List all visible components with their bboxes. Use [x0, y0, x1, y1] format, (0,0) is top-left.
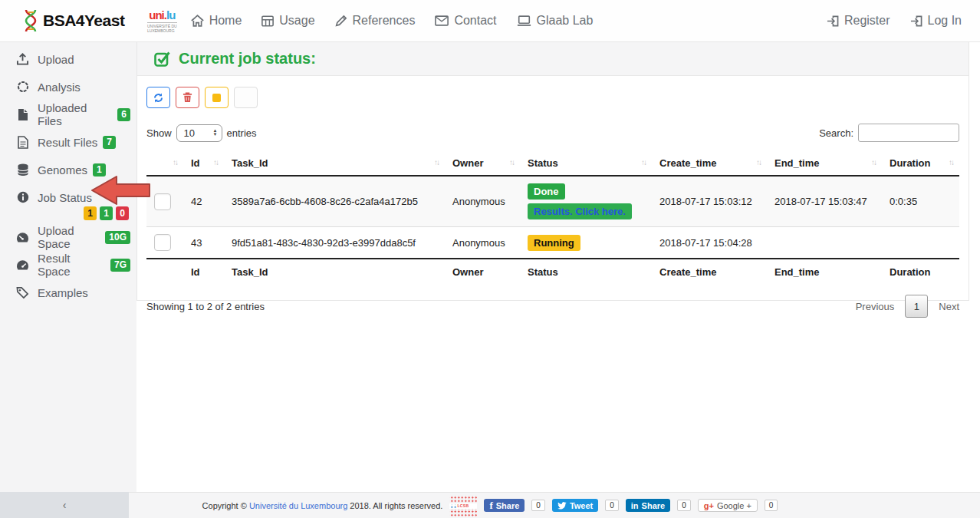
sidebar-label: Upload — [38, 53, 74, 66]
page-number-button[interactable]: 1 — [905, 295, 928, 318]
previous-page-button[interactable]: Previous — [856, 301, 895, 312]
dna-icon — [23, 9, 38, 32]
column-header-end-time[interactable]: End_time↑↓ — [767, 151, 882, 176]
table-controls: Show 10 ▲▼ entries Search: — [146, 124, 959, 142]
search-input[interactable] — [858, 124, 959, 142]
nav-item-home[interactable]: Home — [191, 14, 242, 28]
results-link[interactable]: Results. Click here. — [528, 203, 632, 219]
panel-header: Current job status: — [137, 42, 968, 76]
gauge-icon — [15, 259, 30, 271]
pencil-icon — [335, 15, 347, 27]
job-status-panel: Current job status: Show 10 — [136, 42, 969, 301]
sidebar-label: Result Files — [38, 136, 97, 149]
university-link[interactable]: Université du Luxembourg — [249, 501, 347, 510]
register-button[interactable]: Register — [827, 14, 890, 28]
sidebar-item-analysis[interactable]: Analysis — [0, 73, 136, 101]
select-arrows-icon: ▲▼ — [213, 129, 218, 137]
refresh-icon — [153, 92, 164, 104]
linkedin-share-count: 0 — [677, 500, 691, 511]
sidebar-item-genomes[interactable]: Genomes 1 — [0, 156, 136, 183]
column-header-select[interactable]: ↑↓ — [146, 151, 183, 176]
unilu-logo[interactable]: uni.lu UNIVERSITÉ DU LUXEMBOURG — [147, 8, 177, 33]
next-page-button[interactable]: Next — [939, 301, 959, 312]
sort-icon: ↑↓ — [434, 158, 439, 167]
footer-header-create-time: Create_time — [652, 259, 767, 285]
result-files-count-badge: 7 — [103, 136, 116, 149]
upload-space-badge: 10G — [105, 231, 130, 244]
spinner-icon — [15, 81, 30, 93]
nav-item-glaab-lab[interactable]: Glaab Lab — [517, 14, 594, 28]
sidebar-item-examples[interactable]: Examples — [0, 279, 136, 306]
toolbar — [146, 87, 959, 108]
stop-button[interactable] — [205, 87, 229, 108]
table-header-row: ↑↓ Id↑↓ Task_Id↑↓ Owner↑↓ Status↑↓ Creat… — [146, 151, 959, 176]
column-header-id[interactable]: Id↑↓ — [183, 151, 224, 176]
row-select-checkbox[interactable] — [154, 234, 171, 251]
delete-button[interactable] — [176, 87, 199, 108]
sidebar-collapse-button[interactable]: ‹ — [0, 492, 129, 518]
file-alt-icon — [15, 136, 30, 149]
page-length-value: 10 — [184, 127, 195, 139]
sidebar-item-uploaded-files[interactable]: Uploaded Files 6 — [0, 101, 136, 128]
status-badge-done: Done — [528, 183, 565, 200]
twitter-tweet-button[interactable]: Tweet — [552, 499, 598, 512]
nav-label: Home — [209, 14, 242, 28]
table-icon — [261, 15, 274, 27]
pagination: Previous 1 Next — [856, 295, 959, 318]
nav-item-usage[interactable]: Usage — [261, 14, 314, 28]
page-length-select[interactable]: 10 ▲▼ — [176, 124, 222, 142]
sidebar-item-result-files[interactable]: Result Files 7 — [0, 128, 136, 156]
copyright-text: Copyright © Université du Luxembourg 201… — [202, 501, 443, 510]
sidebar-label: Result Space — [38, 252, 105, 278]
column-header-owner[interactable]: Owner↑↓ — [445, 151, 520, 176]
page-footer: Copyright © Université du Luxembourg 201… — [0, 492, 980, 518]
column-header-task-id[interactable]: Task_Id↑↓ — [224, 151, 445, 176]
table-info: Showing 1 to 2 of 2 entries — [146, 301, 265, 312]
sidebar: Upload Analysis Uploaded Files 6 Result … — [0, 42, 136, 492]
sign-in-icon — [827, 15, 839, 27]
login-button[interactable]: Log In — [910, 14, 962, 28]
unilu-wordmark: uni.lu — [147, 8, 177, 21]
status-badge-running: Running — [528, 235, 580, 251]
table-row: 43 9fd51a81-483c-4830-92d3-e3997dda8c5f … — [146, 227, 959, 259]
cell-create-time: 2018-07-17 15:04:28 — [652, 227, 767, 259]
footer-header-status: Status — [520, 259, 652, 285]
nav-item-references[interactable]: References — [335, 14, 416, 28]
blank-button[interactable] — [234, 87, 258, 108]
cell-id: 43 — [183, 227, 224, 259]
sidebar-item-upload-space[interactable]: Upload Space 10G — [0, 223, 136, 251]
login-label: Log In — [928, 14, 962, 28]
sidebar-item-result-space[interactable]: Result Space 7G — [0, 251, 136, 279]
table-footer-row: Id Task_Id Owner Status Create_time End_… — [146, 259, 959, 285]
unilu-caption: UNIVERSITÉ DU LUXEMBOURG — [147, 22, 177, 33]
linkedin-share-button[interactable]: in Share — [626, 499, 670, 512]
cell-owner: Anonymous — [445, 227, 520, 259]
refresh-button[interactable] — [146, 87, 170, 108]
footer-header-task-id: Task_Id — [224, 259, 445, 285]
sidebar-label: Job Status — [38, 191, 92, 204]
column-header-duration[interactable]: Duration↑↓ — [882, 151, 959, 176]
facebook-share-button[interactable]: f Share — [484, 499, 525, 512]
info-icon — [15, 191, 30, 203]
brand-logo[interactable]: BSA4Yeast — [0, 9, 136, 32]
google-plus-button[interactable]: g+ Google + — [698, 499, 758, 512]
cell-task-id: 9fd51a81-483c-4830-92d3-e3997dda8c5f — [224, 227, 445, 259]
sign-in-icon — [910, 15, 922, 27]
cell-status: Done Results. Click here. — [520, 176, 652, 227]
nav-item-contact[interactable]: Contact — [435, 14, 496, 28]
brand-title: BSA4Yeast — [43, 12, 124, 30]
job-status-count-badges: 1 1 0 — [0, 206, 136, 223]
column-header-status[interactable]: Status↑↓ — [520, 151, 652, 176]
cell-duration — [882, 227, 959, 259]
cell-owner: Anonymous — [445, 176, 520, 227]
column-header-create-time[interactable]: Create_time↑↓ — [652, 151, 767, 176]
envelope-icon — [435, 15, 449, 26]
sidebar-item-upload[interactable]: Upload — [0, 45, 136, 73]
row-select-checkbox[interactable] — [154, 193, 171, 210]
panel-title: Current job status: — [179, 50, 316, 68]
jobs-table: ↑↓ Id↑↓ Task_Id↑↓ Owner↑↓ Status↑↓ Creat… — [146, 151, 959, 285]
twitter-tweet-count: 0 — [605, 500, 619, 511]
chevron-left-icon: ‹ — [63, 499, 67, 511]
lcsb-blue-dots — [449, 504, 456, 508]
cell-id: 42 — [183, 176, 224, 227]
